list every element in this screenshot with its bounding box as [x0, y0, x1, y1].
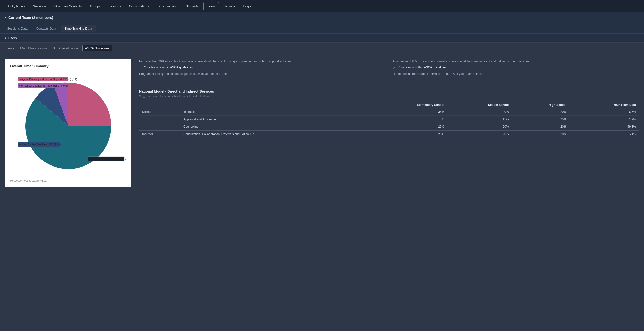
nav-team[interactable]: Team: [203, 2, 219, 10]
nav-time-tracking[interactable]: Time Tracking: [153, 2, 181, 10]
nav-groups[interactable]: Groups: [86, 2, 104, 10]
col-header-team: Your Team Data: [569, 102, 639, 108]
sub-nav-sub-classification[interactable]: Sub Classification: [51, 45, 79, 51]
national-model-title: National Model - Direct and Indirect Ser…: [139, 89, 639, 93]
table-row: Appraisal and Advisement5%15%25%1.9%: [139, 116, 639, 123]
team-header[interactable]: Current Team (2 members): [0, 12, 644, 23]
cell-team: 21%: [569, 130, 639, 138]
nsct-label: Non-School-Counseling Tasks (NSCT) (9%): [19, 84, 68, 87]
col-header-category: [139, 102, 180, 108]
nav-guardian-contacts[interactable]: Guardian Contacts: [51, 2, 85, 10]
asca-right-check: ✓ Your team is within ASCA guidelines.: [393, 66, 639, 70]
col-header-elem: Elementary School: [367, 102, 448, 108]
filters-expand-icon: [5, 37, 6, 39]
nav-logout[interactable]: Logout: [240, 2, 257, 10]
asca-left-check: ✓ Your team is within ASCA guidelines.: [139, 66, 385, 70]
asca-card-right: A minimum of 80% of a school counselor's…: [393, 59, 639, 81]
cell-middle: 20%: [447, 130, 512, 138]
dss-label: Direct Student Services (DSS) (60%): [89, 158, 126, 160]
table-row: DirectInstruction35%30%20%6.5%: [139, 108, 639, 116]
col-header-high: High School: [512, 102, 569, 108]
nav-settings[interactable]: Settings: [220, 2, 239, 10]
cell-elem: 25%: [367, 123, 448, 131]
col-header-service: [180, 102, 366, 108]
cell-high: 20%: [512, 130, 569, 138]
asca-card-left: No more than 20% of a school counselor's…: [139, 59, 385, 81]
cell-elem: 5%: [367, 116, 448, 123]
cell-category: Direct: [139, 108, 180, 116]
cell-elem: 35%: [367, 108, 448, 116]
national-model-subtitle: Suggested use of time for school counsel…: [139, 94, 639, 98]
asca-left-description: No more than 20% of a school counselor's…: [139, 59, 385, 64]
sub-nav-asca-guidelines[interactable]: ASCA Guidelines: [82, 45, 112, 51]
nm-table-body: DirectInstruction35%30%20%6.5%Appraisal …: [139, 108, 639, 138]
tab-contacts-data[interactable]: Contacts Data: [32, 25, 60, 32]
check-icon-left: ✓: [139, 66, 142, 70]
cell-elem: 20%: [367, 130, 448, 138]
tab-time-tracking-data[interactable]: Time Tracking Data: [61, 25, 96, 32]
national-model-table: Elementary School Middle School High Sch…: [139, 102, 639, 138]
cell-category: [139, 123, 180, 131]
cell-service: Consultation, Collaboration, Referrals a…: [180, 130, 366, 138]
cell-category: [139, 116, 180, 123]
sub-nav-main-classification[interactable]: Main Classification: [19, 45, 48, 51]
cell-service: Counseling: [180, 123, 366, 131]
navbar: Sticky Notes Sessions Guardian Contacts …: [0, 0, 644, 12]
nav-lessons[interactable]: Lessons: [105, 2, 124, 10]
filters-toggle[interactable]: Filters: [5, 36, 17, 40]
cell-category: Indirect: [139, 130, 180, 138]
chart-note: Mouseover reports total minutes.: [10, 179, 126, 182]
asca-right-description: A minimum of 80% of a school counselor's…: [393, 59, 639, 64]
tab-sessions-data[interactable]: Sessions Data: [3, 25, 32, 32]
nav-consultations[interactable]: Consultations: [125, 2, 152, 10]
nav-sessions[interactable]: Sessions: [29, 2, 50, 10]
table-header-row: Elementary School Middle School High Sch…: [139, 102, 639, 108]
check-icon-right: ✓: [393, 66, 396, 70]
cell-team: 1.9%: [569, 116, 639, 123]
chart-title: Overall Time Summary: [10, 64, 126, 68]
cell-middle: 20%: [447, 123, 512, 131]
asca-guidelines: No more than 20% of a school counselor's…: [139, 59, 639, 81]
asca-left-check-label: Your team is within ASCA guidelines.: [144, 66, 194, 69]
ppss-label: Program Planning and School Support (PPS…: [19, 78, 77, 81]
expand-icon: [5, 16, 6, 19]
team-header-label: Current Team (2 members): [8, 16, 53, 20]
tabs-row: Sessions Data Contacts Data Time Trackin…: [0, 23, 644, 34]
col-header-middle: Middle School: [447, 102, 512, 108]
asca-right-check-label: Your team is within ASCA guidelines.: [398, 66, 448, 69]
table-row: IndirectConsultation, Collaboration, Ref…: [139, 130, 639, 138]
cell-team: 59.3%: [569, 123, 639, 131]
right-panel: No more than 20% of a school counselor's…: [139, 59, 639, 138]
table-row: Counseling25%20%20%59.3%: [139, 123, 639, 131]
cell-service: Instruction: [180, 108, 366, 116]
iss-label: Indirect Student Services (ISS) (23%): [19, 143, 61, 146]
cell-team: 6.5%: [569, 108, 639, 116]
nav-students[interactable]: Students: [182, 2, 202, 10]
cell-high: 25%: [512, 116, 569, 123]
chart-container: Overall Time Summary: [5, 59, 131, 187]
national-model: National Model - Direct and Indirect Ser…: [139, 89, 639, 138]
asca-right-detail: Direct and indirect student services are…: [393, 72, 639, 76]
cell-middle: 15%: [447, 116, 512, 123]
cell-service: Appraisal and Advisement: [180, 116, 366, 123]
filters-label: Filters: [8, 36, 17, 40]
pie-wrapper: Program Planning and School Support (PPS…: [10, 71, 126, 177]
content-flex: Overall Time Summary: [5, 59, 639, 187]
cell-middle: 30%: [447, 108, 512, 116]
cell-high: 20%: [512, 123, 569, 131]
pie-chart-svg: Program Planning and School Support (PPS…: [10, 71, 126, 177]
sub-nav-events[interactable]: Events: [3, 45, 16, 51]
main-content: Overall Time Summary: [0, 54, 644, 192]
sub-nav: Events Main Classification Sub Classific…: [0, 43, 644, 54]
asca-left-detail: Program planning and school support is 8…: [139, 72, 385, 76]
filters-row: Filters: [0, 34, 644, 43]
cell-high: 20%: [512, 108, 569, 116]
nav-sticky-notes[interactable]: Sticky Notes: [3, 2, 28, 10]
